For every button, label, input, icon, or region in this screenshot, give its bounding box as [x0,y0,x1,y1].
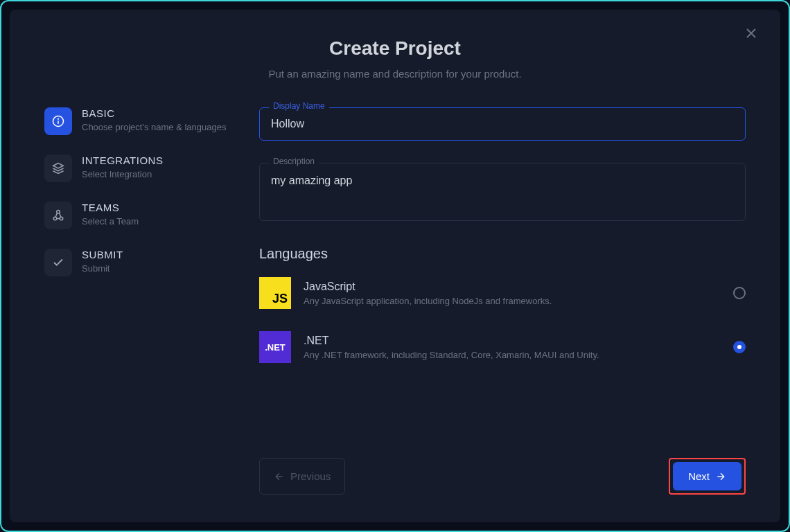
language-option-dotnet[interactable]: .NET .NET Any .NET framework, including … [259,331,746,363]
svg-point-5 [53,217,57,220]
language-desc: Any .NET framework, including Standard, … [304,350,733,360]
step-desc: Select a Team [82,216,139,227]
arrow-right-icon [715,471,726,482]
close-button[interactable] [743,25,760,42]
previous-label: Previous [290,470,331,482]
form-main: Display Name Description Languages JS Ja… [259,107,746,495]
info-icon [44,107,72,135]
step-title: TEAMS [82,202,139,213]
step-basic[interactable]: BASIC Choose project's name & languages [44,107,245,135]
modal-header: Create Project Put an amazing name and d… [44,37,746,80]
create-project-modal: Create Project Put an amazing name and d… [10,10,780,522]
description-group: Description [259,163,746,224]
description-input[interactable] [259,163,746,221]
language-desc: Any JavaScript application, including No… [304,296,733,306]
display-name-group: Display Name [259,107,746,141]
next-button[interactable]: Next [673,462,741,490]
step-integrations[interactable]: INTEGRATIONS Select Integration [44,154,245,182]
step-title: INTEGRATIONS [82,154,163,166]
step-submit[interactable]: SUBMIT Submit [44,249,245,276]
step-desc: Submit [82,263,123,274]
dotnet-icon: .NET [259,331,291,363]
layers-icon [44,154,72,182]
languages-heading: Languages [259,246,746,262]
modal-title: Create Project [44,37,746,60]
radio-unselected[interactable] [733,287,746,299]
language-option-javascript[interactable]: JS JavaScript Any JavaScript application… [259,277,746,309]
arrow-left-icon [274,471,285,482]
svg-point-2 [58,118,59,119]
radio-selected[interactable] [733,341,746,353]
step-title: BASIC [82,107,226,119]
svg-marker-3 [53,163,64,169]
language-name: .NET [304,335,733,347]
display-name-label: Display Name [269,101,329,111]
javascript-icon: JS [259,277,291,309]
nodes-icon [44,202,72,229]
next-highlight: Next [669,458,746,495]
language-name: JavaScript [304,281,733,293]
steps-sidebar: BASIC Choose project's name & languages … [44,107,259,495]
display-name-input[interactable] [259,107,746,141]
previous-button[interactable]: Previous [259,458,345,495]
step-desc: Choose project's name & languages [82,122,226,132]
modal-subtitle: Put an amazing name and description for … [44,68,746,80]
step-title: SUBMIT [82,249,123,260]
description-label: Description [269,157,319,166]
next-label: Next [688,470,710,482]
close-icon [746,28,757,39]
check-icon [44,249,72,276]
step-teams[interactable]: TEAMS Select a Team [44,202,245,229]
step-desc: Select Integration [82,169,163,179]
svg-point-6 [60,217,63,220]
modal-footer: Previous Next [259,444,746,495]
